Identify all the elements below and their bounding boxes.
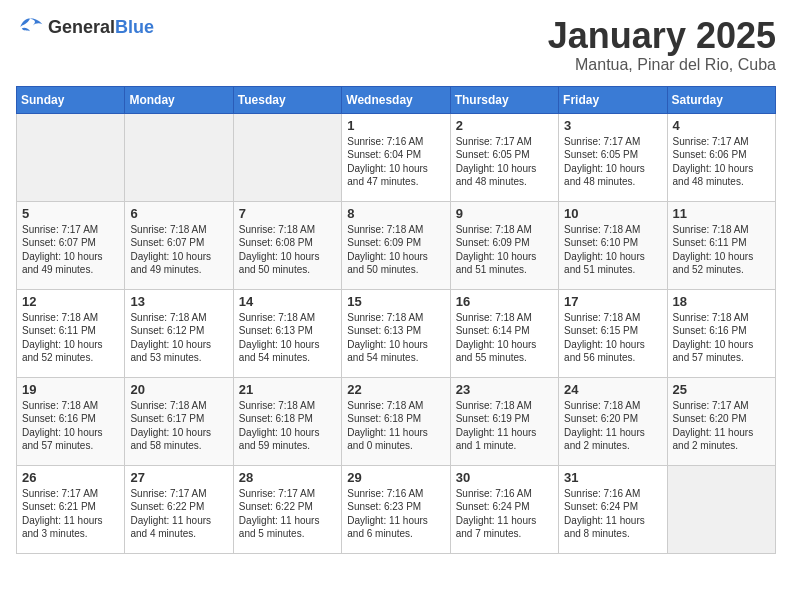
calendar-week-2: 5Sunrise: 7:17 AMSunset: 6:07 PMDaylight… (17, 201, 776, 289)
calendar-cell: 29Sunrise: 7:16 AMSunset: 6:23 PMDayligh… (342, 465, 450, 553)
day-info: Sunrise: 7:16 AMSunset: 6:24 PMDaylight:… (456, 487, 553, 541)
day-number: 23 (456, 382, 553, 397)
day-number: 8 (347, 206, 444, 221)
day-number: 5 (22, 206, 119, 221)
day-info: Sunrise: 7:18 AMSunset: 6:12 PMDaylight:… (130, 311, 227, 365)
day-info: Sunrise: 7:18 AMSunset: 6:16 PMDaylight:… (22, 399, 119, 453)
day-info: Sunrise: 7:18 AMSunset: 6:16 PMDaylight:… (673, 311, 770, 365)
page-header: GeneralBlue January 2025 Mantua, Pinar d… (16, 16, 776, 74)
calendar-cell: 21Sunrise: 7:18 AMSunset: 6:18 PMDayligh… (233, 377, 341, 465)
calendar-cell: 5Sunrise: 7:17 AMSunset: 6:07 PMDaylight… (17, 201, 125, 289)
day-info: Sunrise: 7:18 AMSunset: 6:10 PMDaylight:… (564, 223, 661, 277)
calendar-cell: 19Sunrise: 7:18 AMSunset: 6:16 PMDayligh… (17, 377, 125, 465)
col-header-thursday: Thursday (450, 86, 558, 113)
day-info: Sunrise: 7:17 AMSunset: 6:21 PMDaylight:… (22, 487, 119, 541)
calendar-cell: 7Sunrise: 7:18 AMSunset: 6:08 PMDaylight… (233, 201, 341, 289)
day-number: 2 (456, 118, 553, 133)
calendar-cell: 8Sunrise: 7:18 AMSunset: 6:09 PMDaylight… (342, 201, 450, 289)
day-info: Sunrise: 7:17 AMSunset: 6:05 PMDaylight:… (564, 135, 661, 189)
day-info: Sunrise: 7:18 AMSunset: 6:11 PMDaylight:… (22, 311, 119, 365)
col-header-sunday: Sunday (17, 86, 125, 113)
calendar-cell (17, 113, 125, 201)
calendar-cell: 10Sunrise: 7:18 AMSunset: 6:10 PMDayligh… (559, 201, 667, 289)
calendar-header-row: SundayMondayTuesdayWednesdayThursdayFrid… (17, 86, 776, 113)
day-number: 1 (347, 118, 444, 133)
calendar-cell (233, 113, 341, 201)
calendar-cell: 4Sunrise: 7:17 AMSunset: 6:06 PMDaylight… (667, 113, 775, 201)
day-number: 3 (564, 118, 661, 133)
calendar-cell: 27Sunrise: 7:17 AMSunset: 6:22 PMDayligh… (125, 465, 233, 553)
col-header-tuesday: Tuesday (233, 86, 341, 113)
calendar-cell: 22Sunrise: 7:18 AMSunset: 6:18 PMDayligh… (342, 377, 450, 465)
day-info: Sunrise: 7:18 AMSunset: 6:17 PMDaylight:… (130, 399, 227, 453)
day-number: 18 (673, 294, 770, 309)
day-number: 9 (456, 206, 553, 221)
calendar-cell: 30Sunrise: 7:16 AMSunset: 6:24 PMDayligh… (450, 465, 558, 553)
day-number: 30 (456, 470, 553, 485)
calendar-cell: 20Sunrise: 7:18 AMSunset: 6:17 PMDayligh… (125, 377, 233, 465)
calendar-cell: 12Sunrise: 7:18 AMSunset: 6:11 PMDayligh… (17, 289, 125, 377)
day-number: 7 (239, 206, 336, 221)
logo-general: General (48, 17, 115, 37)
day-number: 24 (564, 382, 661, 397)
day-number: 16 (456, 294, 553, 309)
day-info: Sunrise: 7:18 AMSunset: 6:18 PMDaylight:… (239, 399, 336, 453)
calendar-cell (667, 465, 775, 553)
day-number: 26 (22, 470, 119, 485)
day-info: Sunrise: 7:16 AMSunset: 6:23 PMDaylight:… (347, 487, 444, 541)
day-info: Sunrise: 7:18 AMSunset: 6:13 PMDaylight:… (347, 311, 444, 365)
calendar-cell: 28Sunrise: 7:17 AMSunset: 6:22 PMDayligh… (233, 465, 341, 553)
day-info: Sunrise: 7:18 AMSunset: 6:15 PMDaylight:… (564, 311, 661, 365)
calendar-cell: 31Sunrise: 7:16 AMSunset: 6:24 PMDayligh… (559, 465, 667, 553)
day-number: 4 (673, 118, 770, 133)
day-number: 17 (564, 294, 661, 309)
day-info: Sunrise: 7:17 AMSunset: 6:22 PMDaylight:… (239, 487, 336, 541)
col-header-saturday: Saturday (667, 86, 775, 113)
day-info: Sunrise: 7:17 AMSunset: 6:22 PMDaylight:… (130, 487, 227, 541)
calendar-cell: 16Sunrise: 7:18 AMSunset: 6:14 PMDayligh… (450, 289, 558, 377)
day-info: Sunrise: 7:17 AMSunset: 6:20 PMDaylight:… (673, 399, 770, 453)
day-info: Sunrise: 7:18 AMSunset: 6:11 PMDaylight:… (673, 223, 770, 277)
day-info: Sunrise: 7:18 AMSunset: 6:13 PMDaylight:… (239, 311, 336, 365)
day-info: Sunrise: 7:16 AMSunset: 6:24 PMDaylight:… (564, 487, 661, 541)
calendar-table: SundayMondayTuesdayWednesdayThursdayFrid… (16, 86, 776, 554)
day-number: 14 (239, 294, 336, 309)
day-number: 29 (347, 470, 444, 485)
calendar-cell: 11Sunrise: 7:18 AMSunset: 6:11 PMDayligh… (667, 201, 775, 289)
day-number: 20 (130, 382, 227, 397)
day-number: 10 (564, 206, 661, 221)
logo-text: GeneralBlue (48, 17, 154, 38)
logo-icon (16, 16, 44, 38)
calendar-cell: 14Sunrise: 7:18 AMSunset: 6:13 PMDayligh… (233, 289, 341, 377)
calendar-cell: 2Sunrise: 7:17 AMSunset: 6:05 PMDaylight… (450, 113, 558, 201)
location-subtitle: Mantua, Pinar del Rio, Cuba (548, 56, 776, 74)
day-info: Sunrise: 7:18 AMSunset: 6:14 PMDaylight:… (456, 311, 553, 365)
logo-blue: Blue (115, 17, 154, 37)
day-number: 22 (347, 382, 444, 397)
calendar-cell: 13Sunrise: 7:18 AMSunset: 6:12 PMDayligh… (125, 289, 233, 377)
day-number: 11 (673, 206, 770, 221)
day-info: Sunrise: 7:18 AMSunset: 6:09 PMDaylight:… (347, 223, 444, 277)
calendar-cell: 17Sunrise: 7:18 AMSunset: 6:15 PMDayligh… (559, 289, 667, 377)
calendar-cell: 1Sunrise: 7:16 AMSunset: 6:04 PMDaylight… (342, 113, 450, 201)
day-number: 31 (564, 470, 661, 485)
day-info: Sunrise: 7:16 AMSunset: 6:04 PMDaylight:… (347, 135, 444, 189)
day-info: Sunrise: 7:17 AMSunset: 6:07 PMDaylight:… (22, 223, 119, 277)
calendar-cell (125, 113, 233, 201)
calendar-cell: 9Sunrise: 7:18 AMSunset: 6:09 PMDaylight… (450, 201, 558, 289)
day-info: Sunrise: 7:18 AMSunset: 6:08 PMDaylight:… (239, 223, 336, 277)
day-number: 19 (22, 382, 119, 397)
day-number: 28 (239, 470, 336, 485)
logo: GeneralBlue (16, 16, 154, 38)
day-info: Sunrise: 7:18 AMSunset: 6:20 PMDaylight:… (564, 399, 661, 453)
calendar-cell: 15Sunrise: 7:18 AMSunset: 6:13 PMDayligh… (342, 289, 450, 377)
col-header-friday: Friday (559, 86, 667, 113)
calendar-cell: 24Sunrise: 7:18 AMSunset: 6:20 PMDayligh… (559, 377, 667, 465)
col-header-wednesday: Wednesday (342, 86, 450, 113)
month-title: January 2025 (548, 16, 776, 56)
calendar-week-4: 19Sunrise: 7:18 AMSunset: 6:16 PMDayligh… (17, 377, 776, 465)
calendar-cell: 6Sunrise: 7:18 AMSunset: 6:07 PMDaylight… (125, 201, 233, 289)
title-block: January 2025 Mantua, Pinar del Rio, Cuba (548, 16, 776, 74)
calendar-cell: 26Sunrise: 7:17 AMSunset: 6:21 PMDayligh… (17, 465, 125, 553)
calendar-cell: 18Sunrise: 7:18 AMSunset: 6:16 PMDayligh… (667, 289, 775, 377)
